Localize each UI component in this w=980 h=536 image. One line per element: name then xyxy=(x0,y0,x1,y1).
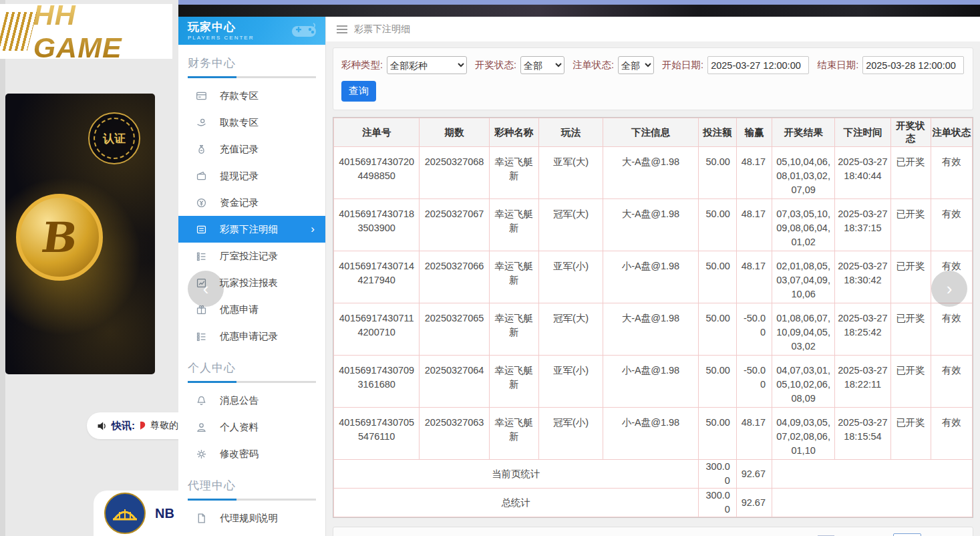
sidebar-item-agent-rules[interactable]: 代理规则说明 xyxy=(188,505,316,531)
sidebar-item-deposit[interactable]: 存款专区 xyxy=(188,82,316,109)
table-cell: 已开奖 xyxy=(890,199,931,251)
summary-cell: 当前页统计 xyxy=(334,460,699,489)
table-cell: 20250327063 xyxy=(420,408,489,460)
sidebar-item-promo-record[interactable]: 优惠申请记录 xyxy=(188,323,316,350)
table-cell: 07,03,05,10,09,08,06,04,01,02 xyxy=(772,199,834,251)
table-cell: 亚军(小) xyxy=(538,251,603,303)
sidebar-item-hall-record[interactable]: 厅室投注记录 xyxy=(188,243,316,269)
left-background: HH GAME 认证 B 快讯: 尊敬的 NB xyxy=(0,0,178,536)
gamepad-icon xyxy=(291,22,317,39)
top-accent-bar xyxy=(178,0,980,5)
table-cell: 50.00 xyxy=(698,303,736,356)
table-cell: 有效 xyxy=(931,356,972,408)
funds-record-icon xyxy=(196,196,208,209)
table-cell: 大-A盘@1.98 xyxy=(603,199,698,251)
table-cell: 50.00 xyxy=(698,356,736,408)
sidebar-item-withdraw[interactable]: 取款专区 xyxy=(188,109,316,136)
table-cell: 48.17 xyxy=(736,147,772,199)
section-rule xyxy=(188,76,316,78)
background-page-strip xyxy=(178,5,980,17)
summary-cell xyxy=(772,489,972,517)
table-cell: 401569174307204498850 xyxy=(334,147,420,199)
flag-icon xyxy=(139,421,146,430)
sidebar-item-label: 优惠申请 xyxy=(220,303,259,316)
summary-cell: 92.67 xyxy=(736,489,772,517)
summary-cell: 92.67 xyxy=(736,460,772,489)
table-cell: 20250327064 xyxy=(420,356,489,408)
table-cell: 幸运飞艇新 xyxy=(489,199,538,251)
table-cell: 大-A盘@1.98 xyxy=(603,147,698,199)
table-cell: 大-A盘@1.98 xyxy=(603,303,698,356)
table-cell: 幸运飞艇新 xyxy=(489,408,538,460)
table-cell: 50.00 xyxy=(698,147,736,199)
page-jump-input[interactable] xyxy=(893,533,921,536)
table-row: 40156917430714421794020250327066幸运飞艇新亚军(… xyxy=(334,251,973,303)
nba-banner[interactable]: NB xyxy=(94,491,189,536)
end-date-label: 结束日期: xyxy=(817,59,858,72)
sidebar-item-profile[interactable]: 个人资料 xyxy=(188,414,316,440)
section-title: 财务中心 xyxy=(188,55,316,71)
sidebar-item-recharge-record[interactable]: 充值记录 xyxy=(188,136,316,162)
collapse-left-arrow[interactable]: ‹ xyxy=(188,271,224,307)
table-cell: 已开奖 xyxy=(890,251,931,303)
sidebar-item-lottery-detail[interactable]: 彩票下注明细› xyxy=(178,216,325,243)
sidebar-item-label: 厅室投注记录 xyxy=(220,250,278,263)
table-cell: 幸运飞艇新 xyxy=(489,303,538,356)
table-cell: 2025-03-27 18:37:15 xyxy=(835,199,890,251)
site-logo[interactable]: HH GAME xyxy=(0,4,172,59)
table-row: 40156917430705547611020250327063幸运飞艇新冠军(… xyxy=(334,408,973,460)
table-cell: 2025-03-27 18:15:54 xyxy=(835,408,890,460)
table-cell: -50.00 xyxy=(736,356,772,408)
table-cell: 05,10,04,06,08,01,03,02,07,09 xyxy=(772,147,834,199)
expand-right-arrow[interactable]: › xyxy=(931,271,967,307)
table-cell: 02,01,08,05,03,07,04,09,10,06 xyxy=(772,251,834,303)
column-header: 输赢 xyxy=(736,118,772,147)
summary-cell xyxy=(772,460,972,489)
profile-icon xyxy=(196,421,208,433)
sidebar-item-cashout-record[interactable]: 提现记录 xyxy=(188,162,316,189)
sidebar-item-funds-record[interactable]: 资金记录 xyxy=(188,189,316,216)
content-topbar: 彩票下注明细 xyxy=(326,17,980,41)
lottery-type-select[interactable]: 全部彩种 xyxy=(387,56,467,74)
column-header: 投注额 xyxy=(698,118,736,147)
table-cell: 冠军(小) xyxy=(538,408,603,460)
table-cell: 已开奖 xyxy=(890,147,931,199)
sidebar-item-label: 提现记录 xyxy=(220,170,259,182)
table-cell: 20250327067 xyxy=(420,199,489,251)
section-title: 代理中心 xyxy=(188,478,316,493)
news-ticker[interactable]: 快讯: 尊敬的 xyxy=(87,412,188,439)
bet-status-select[interactable]: 全部 xyxy=(618,56,654,74)
section-title: 个人中心 xyxy=(188,360,316,376)
sidebar-item-agent-team[interactable]: 代理团队统计 xyxy=(188,531,316,536)
query-button[interactable]: 查询 xyxy=(341,81,376,102)
sidebar-item-password[interactable]: 修改密码 xyxy=(188,440,316,467)
table-cell: 401569174307114200710 xyxy=(334,303,420,356)
sidebar-item-label: 代理规则说明 xyxy=(220,512,278,525)
table-cell: 幸运飞艇新 xyxy=(489,251,538,303)
sidebar-item-label: 资金记录 xyxy=(220,196,259,209)
table-cell: 48.17 xyxy=(736,251,772,303)
lottery-detail-icon xyxy=(196,223,208,235)
table-cell: 2025-03-27 18:30:42 xyxy=(835,251,890,303)
menu-toggle-icon[interactable] xyxy=(337,25,347,33)
draw-status-select[interactable]: 全部 xyxy=(520,56,564,74)
hall-record-icon xyxy=(196,250,208,262)
table-cell: 已开奖 xyxy=(890,303,931,356)
sidebar-item-label: 彩票下注明细 xyxy=(220,223,278,236)
cashout-record-icon xyxy=(196,170,208,182)
table-cell: 小-A盘@1.98 xyxy=(603,356,698,408)
end-date-input[interactable] xyxy=(862,56,964,74)
sidebar-item-label: 修改密码 xyxy=(220,448,259,460)
logo-text: HH GAME xyxy=(33,4,172,59)
table-cell: 有效 xyxy=(931,408,972,460)
nba-logo-icon xyxy=(104,493,146,534)
table-row: 40156917430718350390020250327067幸运飞艇新冠军(… xyxy=(334,199,973,251)
table-cell: 50.00 xyxy=(698,199,736,251)
start-date-input[interactable] xyxy=(707,56,809,74)
column-header: 开奖结果 xyxy=(772,118,834,147)
draw-status-label: 开奖状态: xyxy=(475,59,516,72)
certified-badge-text: 认证 xyxy=(103,131,126,146)
sidebar-item-label: 存款专区 xyxy=(220,90,259,102)
sidebar-item-bell[interactable]: 消息公告 xyxy=(188,387,316,414)
table-cell: 小-A盘@1.98 xyxy=(603,408,698,460)
